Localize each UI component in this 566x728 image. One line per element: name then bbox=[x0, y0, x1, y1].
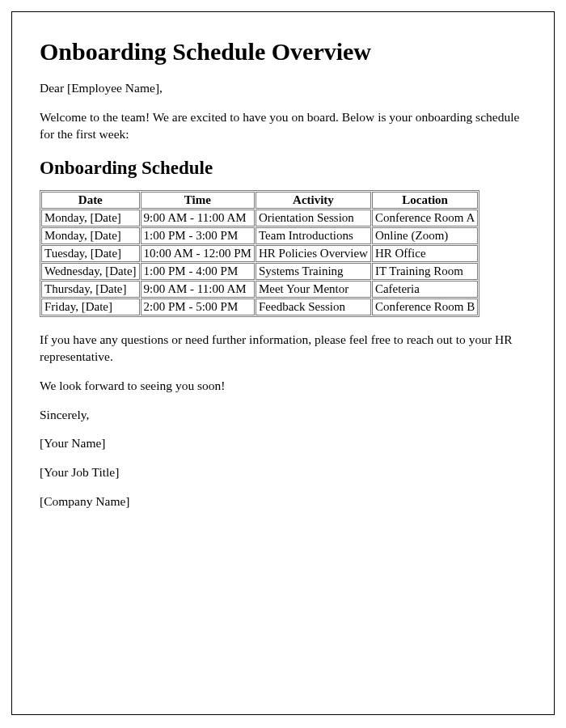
table-header-row: Date Time Activity Location bbox=[41, 192, 478, 209]
cell-date: Monday, [Date] bbox=[41, 227, 140, 244]
cell-date: Wednesday, [Date] bbox=[41, 263, 140, 280]
table-row: Monday, [Date] 1:00 PM - 3:00 PM Team In… bbox=[41, 227, 478, 244]
cell-location: Conference Room B bbox=[372, 298, 478, 315]
cell-location: Online (Zoom) bbox=[372, 227, 478, 244]
signer-name: [Your Name] bbox=[40, 435, 526, 452]
schedule-heading: Onboarding Schedule bbox=[40, 158, 526, 179]
document-page: Onboarding Schedule Overview Dear [Emplo… bbox=[11, 11, 555, 715]
cell-activity: Meet Your Mentor bbox=[256, 281, 371, 298]
col-date: Date bbox=[41, 192, 140, 209]
cell-location: HR Office bbox=[372, 245, 478, 262]
table-row: Friday, [Date] 2:00 PM - 5:00 PM Feedbac… bbox=[41, 298, 478, 315]
cell-time: 2:00 PM - 5:00 PM bbox=[141, 298, 255, 315]
cell-activity: Orientation Session bbox=[256, 210, 371, 226]
intro-paragraph: Welcome to the team! We are excited to h… bbox=[40, 109, 526, 143]
table-row: Wednesday, [Date] 1:00 PM - 4:00 PM Syst… bbox=[41, 263, 478, 280]
cell-date: Thursday, [Date] bbox=[41, 281, 140, 298]
cell-date: Monday, [Date] bbox=[41, 210, 140, 226]
col-time: Time bbox=[141, 192, 255, 209]
cell-time: 9:00 AM - 11:00 AM bbox=[141, 281, 255, 298]
greeting-line: Dear [Employee Name], bbox=[40, 80, 526, 97]
cell-location: Cafeteria bbox=[372, 281, 478, 298]
closing-paragraph-1: If you have any questions or need furthe… bbox=[40, 332, 526, 366]
cell-time: 10:00 AM - 12:00 PM bbox=[141, 245, 255, 262]
table-row: Thursday, [Date] 9:00 AM - 11:00 AM Meet… bbox=[41, 281, 478, 298]
table-row: Tuesday, [Date] 10:00 AM - 12:00 PM HR P… bbox=[41, 245, 478, 262]
cell-time: 1:00 PM - 3:00 PM bbox=[141, 227, 255, 244]
cell-activity: Systems Training bbox=[256, 263, 371, 280]
closing-paragraph-2: We look forward to seeing you soon! bbox=[40, 378, 526, 395]
company-name: [Company Name] bbox=[40, 493, 526, 510]
col-activity: Activity bbox=[256, 192, 371, 209]
table-row: Monday, [Date] 9:00 AM - 11:00 AM Orient… bbox=[41, 210, 478, 226]
page-title: Onboarding Schedule Overview bbox=[40, 38, 526, 66]
signer-title: [Your Job Title] bbox=[40, 464, 526, 481]
col-location: Location bbox=[372, 192, 478, 209]
cell-time: 9:00 AM - 11:00 AM bbox=[141, 210, 255, 226]
cell-time: 1:00 PM - 4:00 PM bbox=[141, 263, 255, 280]
cell-date: Tuesday, [Date] bbox=[41, 245, 140, 262]
cell-activity: Team Introductions bbox=[256, 227, 371, 244]
cell-activity: Feedback Session bbox=[256, 298, 371, 315]
schedule-table: Date Time Activity Location Monday, [Dat… bbox=[40, 190, 479, 317]
cell-location: Conference Room A bbox=[372, 210, 478, 226]
cell-activity: HR Policies Overview bbox=[256, 245, 371, 262]
signoff: Sincerely, bbox=[40, 407, 526, 424]
cell-date: Friday, [Date] bbox=[41, 298, 140, 315]
cell-location: IT Training Room bbox=[372, 263, 478, 280]
